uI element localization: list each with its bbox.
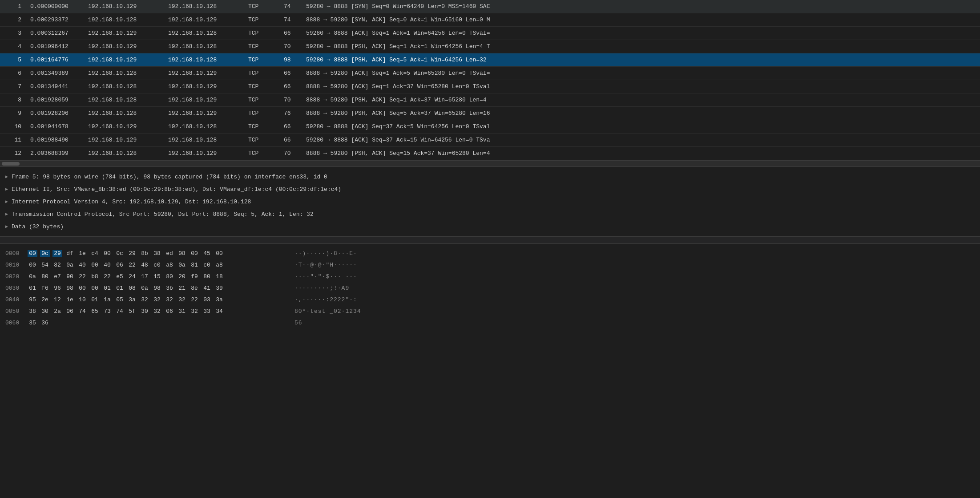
hex-ascii: ····"·"·$··· ···	[294, 273, 357, 280]
packet-cell: 0.001349389	[30, 70, 88, 77]
packet-cell: 59280 → 8888 [SYN] Seq=0 Win=64240 Len=0…	[306, 3, 976, 10]
hex-byte: ed	[165, 250, 174, 257]
packet-row[interactable]: 20.000293372192.168.10.128192.168.10.129…	[0, 13, 980, 27]
hex-byte: 80	[165, 273, 174, 280]
hex-byte: 8e	[190, 285, 199, 292]
hex-byte: 95	[28, 296, 37, 303]
packet-detail: ▶Frame 5: 98 bytes on wire (784 bits), 9…	[0, 167, 980, 237]
packet-cell: 8888 → 59280 [PSH, ACK] Seq=15 Ack=37 Wi…	[306, 150, 976, 157]
detail-row[interactable]: ▶Frame 5: 98 bytes on wire (784 bits), 9…	[0, 170, 980, 183]
hex-byte: 35	[28, 320, 37, 326]
hex-row: 005038302a06746573745f3032063132333480*·…	[0, 305, 980, 317]
packet-cell: 192.168.10.128	[168, 43, 248, 50]
packet-cell: 8888 → 59280 [SYN, ACK] Seq=0 Ack=1 Win=…	[306, 16, 976, 23]
hex-byte: 74	[115, 308, 125, 315]
hex-byte: 01	[28, 285, 37, 292]
packet-cell: 192.168.10.128	[88, 83, 168, 90]
packet-cell: 6	[4, 70, 30, 77]
packet-cell: TCP	[248, 123, 284, 130]
hex-offset: 0020	[5, 273, 28, 280]
hex-ascii: ·········;!·A9	[294, 285, 349, 292]
packet-cell: 66	[284, 123, 306, 130]
hex-byte: e7	[52, 273, 62, 280]
hex-byte: 96	[52, 285, 62, 292]
hex-byte: 0a	[140, 285, 149, 292]
hex-byte: 06	[115, 262, 125, 268]
packet-cell: 192.168.10.129	[88, 137, 168, 143]
packet-cell: 0.000293372	[30, 16, 88, 23]
hex-byte: 0a	[28, 273, 37, 280]
hex-byte: c0	[202, 262, 212, 268]
detail-row[interactable]: ▶Internet Protocol Version 4, Src: 192.1…	[0, 195, 980, 208]
packet-row[interactable]: 80.001928059192.168.10.128192.168.10.129…	[0, 93, 980, 107]
hex-byte: 10	[77, 296, 87, 303]
packet-cell: 3	[4, 30, 30, 36]
expand-icon: ▶	[5, 211, 12, 217]
packet-cell: TCP	[248, 30, 284, 36]
packet-row[interactable]: 10.000000000192.168.10.129192.168.10.128…	[0, 0, 980, 13]
hex-byte: 30	[140, 308, 149, 315]
hex-byte: 0a	[177, 262, 187, 268]
hex-byte: 22	[102, 273, 112, 280]
packet-cell: 192.168.10.129	[88, 57, 168, 63]
hex-byte: 8b	[140, 250, 149, 257]
hex-byte: 74	[77, 308, 87, 315]
hex-byte: a8	[214, 262, 224, 268]
packet-cell: TCP	[248, 70, 284, 77]
packet-cell: 192.168.10.129	[168, 70, 248, 77]
hex-byte: 2a	[52, 308, 62, 315]
packet-cell: 0.001164776	[30, 57, 88, 63]
hex-byte: 3a	[127, 296, 137, 303]
hex-byte: 65	[90, 308, 100, 315]
packet-cell: 70	[284, 43, 306, 50]
packet-row[interactable]: 40.001096412192.168.10.129192.168.10.128…	[0, 40, 980, 53]
packet-cell: 66	[284, 70, 306, 77]
packet-row[interactable]: 122.003688309192.168.10.128192.168.10.12…	[0, 147, 980, 160]
packet-row[interactable]: 90.001928206192.168.10.128192.168.10.129…	[0, 107, 980, 120]
hex-byte: 22	[190, 296, 199, 303]
packet-cell: 1	[4, 3, 30, 10]
packet-cell: 12	[4, 150, 30, 157]
scroll-thumb[interactable]	[2, 162, 20, 166]
hex-byte: 0c	[115, 250, 125, 257]
packet-cell: 192.168.10.129	[88, 30, 168, 36]
hex-byte: e5	[115, 273, 125, 280]
packet-cell: 59280 → 8888 [ACK] Seq=37 Ack=15 Win=642…	[306, 137, 976, 143]
packet-row[interactable]: 30.000312267192.168.10.129192.168.10.128…	[0, 27, 980, 40]
hex-byte: 3b	[165, 285, 174, 292]
hex-row: 0000000c29df1ec4000c298b38ed08004500··)·…	[0, 247, 980, 259]
packet-row[interactable]: 70.001349441192.168.10.128192.168.10.129…	[0, 80, 980, 93]
packet-cell: 192.168.10.129	[168, 97, 248, 103]
detail-label: Ethernet II, Src: VMware_8b:38:ed (00:0c…	[12, 186, 341, 193]
hex-byte: 08	[127, 285, 137, 292]
hex-byte: 80	[40, 273, 50, 280]
horizontal-scrollbar[interactable]	[0, 160, 980, 166]
detail-row[interactable]: ▶Transmission Control Protocol, Src Port…	[0, 208, 980, 220]
hex-byte: 0c	[40, 250, 50, 257]
packet-cell: 192.168.10.128	[88, 150, 168, 157]
packet-row[interactable]: 50.001164776192.168.10.129192.168.10.128…	[0, 53, 980, 67]
packet-cell: 192.168.10.128	[88, 16, 168, 23]
packet-row[interactable]: 110.001988490192.168.10.129192.168.10.12…	[0, 134, 980, 147]
packet-cell: 66	[284, 137, 306, 143]
packet-row[interactable]: 100.001941678192.168.10.129192.168.10.12…	[0, 120, 980, 134]
packet-row[interactable]: 60.001349389192.168.10.128192.168.10.129…	[0, 67, 980, 80]
hex-byte: 01	[90, 296, 100, 303]
packet-cell: TCP	[248, 16, 284, 23]
detail-row[interactable]: ▶Data (32 bytes)	[0, 220, 980, 233]
hex-offset: 0050	[5, 308, 28, 315]
hex-bytes: 0a80e79022b822e52417158020f98018	[28, 273, 286, 280]
hex-ascii: ··)·····)·8···E·	[294, 250, 357, 257]
hex-byte: b8	[90, 273, 100, 280]
packet-cell: 66	[284, 83, 306, 90]
hex-byte: 32	[152, 308, 162, 315]
hex-byte: 0a	[65, 262, 75, 268]
packet-cell: 59280 → 8888 [ACK] Seq=1 Ack=1 Win=64256…	[306, 30, 976, 36]
hex-bytes: 3536	[28, 320, 286, 326]
packet-cell: 5	[4, 57, 30, 63]
hex-byte: 80	[202, 273, 212, 280]
hex-byte: 98	[152, 285, 162, 292]
hex-offset: 0040	[5, 296, 28, 303]
packet-cell: 98	[284, 57, 306, 63]
detail-row[interactable]: ▶Ethernet II, Src: VMware_8b:38:ed (00:0…	[0, 183, 980, 195]
